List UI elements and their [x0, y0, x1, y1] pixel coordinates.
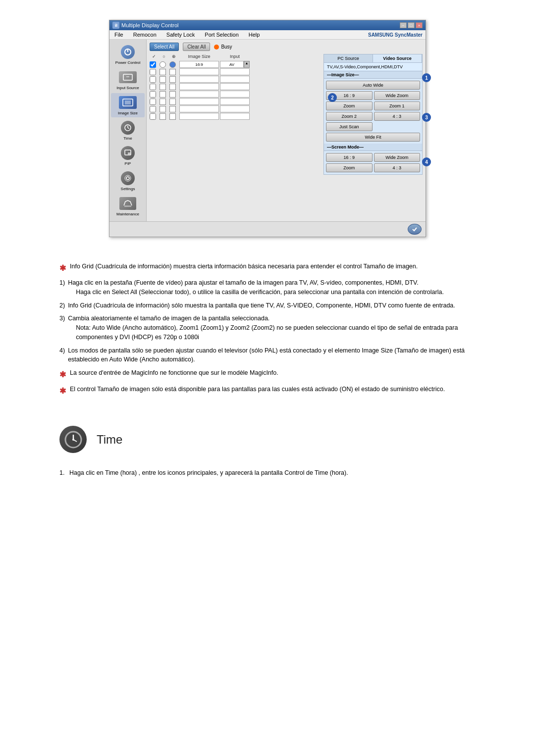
menu-bar: File Remocon Safety Lock Port Selection …: [109, 30, 426, 40]
tab-videosource[interactable]: Video Source: [373, 54, 422, 62]
row6-imagesize: [179, 98, 219, 105]
sidebar-item-maintenance[interactable]: Maintenance: [111, 194, 145, 218]
badge-1: 1: [422, 73, 431, 82]
toolbar: Select All Clear All Busy: [150, 43, 423, 51]
row1-check3[interactable]: [169, 61, 176, 68]
sidebar-item-powercontrol[interactable]: Power Control: [111, 43, 145, 67]
row7-imagesize: [179, 105, 219, 112]
title-bar: 🖥 Multiple Display Control − □ ×: [109, 20, 426, 30]
maximize-button[interactable]: □: [408, 22, 415, 28]
btn-zoom1[interactable]: Zoom 1: [374, 101, 421, 110]
row7-check3[interactable]: [169, 106, 176, 112]
menu-safetylock[interactable]: Safety Lock: [164, 31, 197, 38]
sidebar-item-pip[interactable]: PIP: [111, 144, 145, 168]
note-text-2: Info Grid (Cuadrícula de información) só…: [68, 301, 476, 310]
notes-section: ✱ Info Grid (Cuadrícula de información) …: [30, 252, 505, 411]
left-grid: ✓ ○ ⊕ Image Size Input: [150, 54, 321, 175]
row4-check2[interactable]: [160, 84, 166, 90]
row4-check3[interactable]: [169, 84, 176, 90]
maintenance-icon: [119, 197, 136, 210]
row8-check[interactable]: [150, 113, 156, 120]
note-number-3: 3): [59, 314, 65, 342]
btn-43[interactable]: 4 : 3: [374, 112, 421, 121]
sidebar-label-time: Time: [123, 136, 132, 141]
sidebar-item-imagesize[interactable]: Image Size: [111, 93, 145, 117]
row8-check3[interactable]: [169, 113, 176, 120]
btn-widezoom[interactable]: Wide Zoom: [374, 91, 421, 100]
row4-check[interactable]: [150, 84, 156, 90]
svg-rect-13: [124, 205, 131, 207]
row7-check[interactable]: [150, 106, 156, 112]
row2-check3[interactable]: [169, 69, 176, 75]
row8-input: [220, 113, 250, 120]
row7-check2[interactable]: [160, 106, 166, 112]
svg-rect-5: [125, 101, 131, 104]
row5-check[interactable]: [150, 91, 156, 98]
svg-rect-2: [123, 74, 132, 80]
table-row: [150, 76, 321, 83]
row3-check[interactable]: [150, 76, 156, 83]
row4-input: [220, 83, 250, 90]
sidebar-item-inputsource[interactable]: Input Source: [111, 68, 145, 92]
row1-check1[interactable]: [150, 61, 156, 68]
pip-icon: [121, 146, 135, 160]
btn-sm-43[interactable]: 4 : 3: [374, 163, 421, 172]
app-wrapper: 1 2 3 4 🖥 Multiple Display Control − □ ×: [109, 20, 426, 237]
btn-widefit[interactable]: Wide Fit: [326, 133, 420, 142]
menu-remocon[interactable]: Remocon: [131, 31, 159, 38]
row5-check2[interactable]: [160, 91, 166, 98]
row5-check3[interactable]: [169, 91, 176, 98]
row2-imagesize: [179, 68, 219, 75]
row7-input: [220, 105, 250, 112]
btn-sm-zoom[interactable]: Zoom: [326, 163, 373, 172]
sidebar-label-pip: PIP: [125, 161, 131, 166]
sidebar-item-settings[interactable]: Settings: [111, 169, 145, 193]
time-note-text: Haga clic en Time (hora) , entre los ico…: [69, 469, 348, 476]
row3-check3[interactable]: [169, 76, 176, 83]
time-note-number: 1.: [59, 469, 64, 476]
svg-point-12: [125, 175, 131, 181]
grid-col-check3: ⊕: [169, 54, 178, 59]
sidebar-label-inputsource: Input Source: [116, 86, 139, 90]
badge-4: 4: [422, 157, 431, 166]
footer-ok-button[interactable]: [408, 224, 422, 235]
menu-file[interactable]: File: [112, 31, 125, 38]
table-row: [150, 113, 321, 120]
row6-check3[interactable]: [169, 99, 176, 105]
tab-pcsource[interactable]: PC Source: [324, 54, 373, 62]
busy-dot: [214, 45, 219, 50]
btn-autowide[interactable]: Auto Wide: [326, 81, 420, 90]
badge-3: 3: [422, 113, 431, 122]
btn-zoom2[interactable]: Zoom 2: [326, 112, 373, 121]
star-icon-3: ✱: [59, 385, 66, 397]
note-text-star-3: El control Tamaño de imagen sólo está di…: [70, 385, 476, 397]
btn-sm-widezoom[interactable]: Wide Zoom: [374, 153, 421, 162]
btn-zoom[interactable]: Zoom: [326, 101, 373, 110]
time-title: Time: [97, 433, 122, 447]
minimize-button[interactable]: −: [400, 22, 407, 28]
btn-sm-169[interactable]: 16 : 9: [326, 153, 373, 162]
menu-help[interactable]: Help: [247, 31, 262, 38]
close-button[interactable]: ×: [416, 22, 423, 28]
row1-radio[interactable]: [160, 61, 166, 68]
table-row: 16:9 AV ▲: [150, 61, 321, 68]
row6-check2[interactable]: [160, 99, 166, 105]
row6-check[interactable]: [150, 99, 156, 105]
row2-check[interactable]: [150, 69, 156, 75]
row2-check2[interactable]: [160, 69, 166, 75]
clear-all-button[interactable]: Clear All: [183, 43, 210, 51]
menu-portselection[interactable]: Port Selection: [203, 31, 240, 38]
note-star-2: ✱ La source d'entrée de MagicInfo ne fon…: [59, 368, 476, 381]
row8-check2[interactable]: [160, 113, 166, 120]
btn-justscan[interactable]: Just Scan: [326, 122, 373, 131]
sidebar-item-time[interactable]: Time: [111, 118, 145, 143]
svg-rect-10: [128, 152, 130, 154]
window-footer: [109, 221, 426, 237]
busy-label: Busy: [221, 44, 232, 50]
screen-mode-label: —Screen Mode—: [324, 144, 422, 151]
app-icon: 🖥: [112, 22, 119, 29]
row1-input: AV: [220, 61, 244, 68]
time-section: Time: [30, 411, 505, 463]
select-all-button[interactable]: Select All: [150, 43, 179, 51]
row3-check2[interactable]: [160, 76, 166, 83]
